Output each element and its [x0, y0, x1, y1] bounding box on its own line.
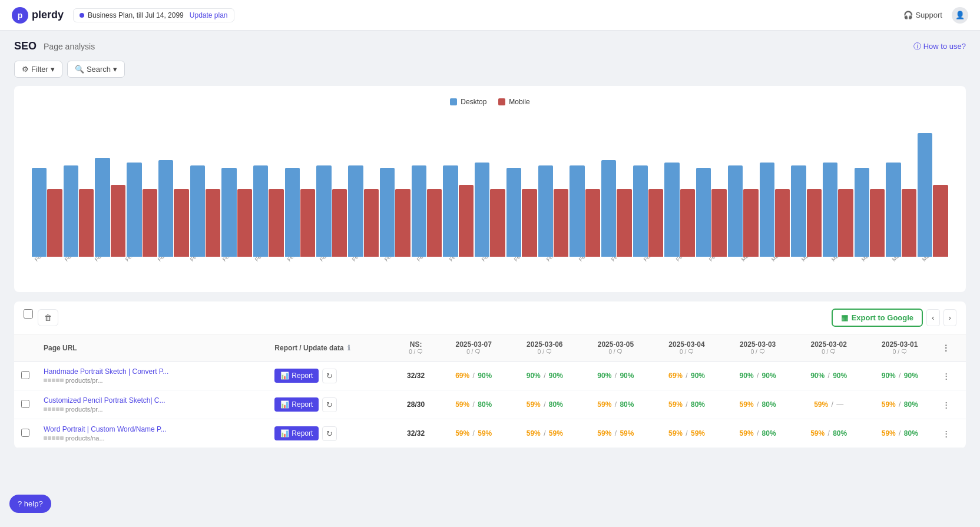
next-page-button[interactable]: ›	[943, 309, 956, 326]
more-cell-0[interactable]: ⋮	[935, 362, 966, 390]
bar-mobile	[585, 189, 600, 257]
score-cell-1-4: 59% / 80%	[722, 390, 793, 419]
bar-group	[380, 168, 410, 257]
table-row: Customized Pencil Portrait Sketch| C... …	[14, 390, 966, 419]
refresh-button-2[interactable]: ↻	[322, 426, 337, 441]
bar-group	[601, 160, 632, 257]
bar-group	[221, 168, 252, 257]
score-val2: 80%	[549, 400, 563, 409]
score-val2: 90%	[620, 372, 634, 380]
page-url-link-0[interactable]: Handmade Portrait Sketch | Convert P...	[44, 367, 260, 376]
page-title-area: SEO Page analysis	[14, 40, 95, 52]
filter-button[interactable]: ⚙ Filter ▾	[14, 61, 62, 78]
toolbar: ⚙ Filter ▾ 🔍 Search ▾	[14, 61, 966, 78]
bar-mobile	[838, 189, 853, 257]
report-cell-1: 📊 Report ↻	[274, 397, 386, 412]
score-val2: 59%	[691, 429, 705, 437]
row-checkbox-1[interactable]	[21, 400, 29, 408]
score-val2: 90%	[833, 372, 847, 380]
table-row: Word Portrait | Custom Word/Name P... pr…	[14, 419, 966, 448]
chart-area: Feb 7, 2025Feb 8, 2025Feb 9, 2025Feb 10,…	[26, 115, 954, 280]
bar-mobile	[522, 189, 537, 257]
score-val: 59%	[668, 400, 683, 409]
table-row: Handmade Portrait Sketch | Convert P... …	[14, 362, 966, 390]
bar-group	[633, 165, 664, 257]
bar-mobile	[364, 189, 379, 257]
chart-x-labels: Feb 7, 2025Feb 8, 2025Feb 9, 2025Feb 10,…	[26, 257, 954, 289]
header: p plerdy Business Plan, till Jul 14, 209…	[0, 0, 980, 31]
support-button[interactable]: 🎧 Support	[903, 11, 942, 19]
score-val2: 59%	[620, 429, 634, 437]
report-button-1[interactable]: 📊 Report	[274, 397, 319, 412]
th-checkbox	[14, 334, 37, 362]
bar-group	[64, 165, 94, 257]
page-url-link-2[interactable]: Word Portrait | Custom Word/Name P...	[44, 425, 260, 433]
more-cell-1[interactable]: ⋮	[935, 390, 966, 419]
table-card: 🗑 ▦ Export to Google ‹ ›	[14, 301, 966, 448]
logo[interactable]: p plerdy	[12, 7, 64, 24]
th-date4: 2025-03-04 0 / 🗨	[651, 334, 723, 362]
logo-text: plerdy	[32, 9, 64, 21]
bar-mobile	[269, 189, 283, 257]
bar-desktop	[443, 165, 458, 257]
chevron-left-icon: ‹	[932, 313, 934, 322]
refresh-button-0[interactable]: ↻	[322, 369, 337, 383]
user-icon: 👤	[955, 11, 965, 19]
ns-cell-1: 28/30	[393, 390, 438, 419]
score-val2: 90%	[549, 372, 563, 380]
search-label: Search	[87, 65, 111, 74]
page-url-link-1[interactable]: Customized Pencil Portrait Sketch| C...	[44, 396, 260, 405]
chart-card: Desktop Mobile Feb 7, 2025Feb 8, 2025Feb…	[14, 86, 966, 292]
user-avatar[interactable]: 👤	[952, 7, 968, 24]
score-cell-2-3: 59% / 59%	[651, 419, 723, 448]
filter-chevron-icon: ▾	[51, 65, 55, 74]
prev-page-button[interactable]: ‹	[926, 309, 939, 326]
row-checkbox-0[interactable]	[21, 371, 29, 379]
update-plan-link[interactable]: Update plan	[190, 11, 228, 19]
score-val: 59%	[527, 400, 541, 409]
bar-desktop	[316, 165, 331, 257]
score-val2: 59%	[478, 429, 492, 437]
bar-group	[570, 165, 600, 257]
search-button[interactable]: 🔍 Search ▾	[67, 61, 125, 78]
legend-desktop: Desktop	[450, 98, 486, 106]
bar-desktop	[760, 163, 774, 257]
info-icon[interactable]: ℹ	[347, 344, 350, 352]
bar-mobile	[237, 189, 252, 257]
score-val2: 80%	[833, 429, 847, 437]
export-google-button[interactable]: ▦ Export to Google	[832, 309, 923, 327]
more-cell-2[interactable]: ⋮	[935, 419, 966, 448]
table-toolbar-left: 🗑	[24, 309, 58, 326]
score-val2: 80%	[904, 400, 918, 409]
row-checkbox-2[interactable]	[21, 429, 29, 437]
refresh-button-1[interactable]: ↻	[322, 397, 337, 412]
report-cell-2: 📊 Report ↻	[274, 426, 386, 441]
header-left: p plerdy Business Plan, till Jul 14, 209…	[12, 7, 234, 24]
bar-mobile	[490, 189, 505, 257]
report-button-0[interactable]: 📊 Report	[274, 369, 319, 383]
score-val: 69%	[668, 372, 683, 380]
report-button-2[interactable]: 📊 Report	[274, 426, 319, 440]
score-val: 59%	[455, 400, 469, 409]
ns-cell-0: 32/32	[393, 362, 438, 390]
score-cell-0-4: 90% / 90%	[722, 362, 793, 390]
th-date3: 2025-03-05 0 / 🗨	[580, 334, 651, 362]
bar-desktop	[158, 160, 173, 257]
header-right: 🎧 Support 👤	[903, 7, 968, 24]
bar-group	[918, 133, 948, 257]
bar-mobile	[332, 189, 347, 257]
th-report: Report / Update data ℹ	[267, 334, 393, 362]
bar-desktop	[475, 163, 489, 257]
score-val: 59%	[740, 429, 754, 437]
score-cell-0-6: 90% / 90%	[864, 362, 935, 390]
bar-group	[475, 163, 505, 257]
how-to-use-link[interactable]: ⓘ How to use?	[913, 41, 966, 52]
report-cell-0: 📊 Report ↻	[274, 369, 386, 383]
delete-button[interactable]: 🗑	[38, 309, 58, 326]
score-cell-1-1: 59% / 80%	[509, 390, 581, 419]
question-icon: ⓘ	[913, 41, 921, 52]
score-cell-2-4: 59% / 80%	[722, 419, 793, 448]
select-all-checkbox[interactable]	[24, 309, 33, 319]
bar-mobile	[300, 189, 315, 257]
th-page-url: Page URL	[37, 334, 267, 362]
